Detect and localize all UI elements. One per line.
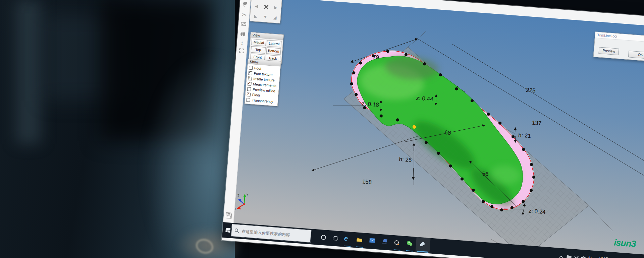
preview-button[interactable]: Preview: [598, 47, 619, 55]
tools-icon[interactable]: [261, 2, 271, 12]
pan-left-icon[interactable]: ◀: [251, 1, 262, 11]
measurement-label: 56: [482, 171, 489, 177]
wechat-icon[interactable]: [406, 240, 413, 248]
checkbox-icon[interactable]: [249, 71, 253, 75]
tray-folder-icon[interactable]: [566, 254, 572, 258]
start-icon[interactable]: [225, 227, 231, 234]
measurement-label: z: 0.44: [416, 95, 433, 103]
open-app-underline: [344, 245, 351, 247]
open-app-underline: [394, 249, 400, 251]
isun-watermark: isun3: [613, 237, 636, 249]
volume-muted-icon[interactable]: [581, 255, 586, 258]
checkbox-icon[interactable]: [246, 98, 250, 102]
clip-plane-icon[interactable]: [239, 20, 248, 28]
computer-icon[interactable]: [382, 239, 388, 246]
task-view-icon[interactable]: [332, 236, 338, 242]
tilt-right-icon[interactable]: ◢: [270, 12, 280, 23]
tag-icon[interactable]: [241, 0, 249, 8]
scissors-icon[interactable]: ✂: [240, 11, 248, 19]
pan-rotate-panel: ↺ ▲ ↻ ◀ ▶ ◣ ▼ ◢: [250, 0, 285, 23]
measurement-label: 68: [444, 129, 451, 136]
insole-app-tile[interactable]: [415, 237, 430, 253]
open-app-underline: [356, 246, 363, 248]
checkbox-icon[interactable]: [247, 87, 251, 91]
checkbox-icon[interactable]: [247, 92, 251, 96]
measurement-label: 225: [526, 87, 536, 94]
background-light-band: [16, 0, 41, 144]
insole-app-icon: [419, 242, 426, 248]
edge-icon[interactable]: e: [344, 235, 348, 243]
measurement-label: h: 25: [399, 156, 412, 164]
ime-indicator[interactable]: 中: [588, 255, 592, 258]
taskbar-clock[interactable]: 12:15: [596, 256, 611, 258]
show-item-label: Foot: [254, 66, 262, 71]
vertical-resize-icon[interactable]: ↕: [238, 39, 246, 47]
ok-button[interactable]: OK: [628, 51, 644, 59]
cortana-icon[interactable]: [320, 234, 327, 242]
measurement-label: 137: [532, 120, 542, 127]
checkbox-icon[interactable]: [249, 66, 253, 70]
3d-viewport[interactable]: 79 225 z: 0.44 z: 0.18 137 h: 21 68 h: 2…: [233, 0, 644, 257]
measurement-label: 158: [362, 178, 372, 185]
wifi-icon[interactable]: [574, 254, 579, 258]
tray-overflow-chevron-icon[interactable]: [559, 254, 564, 258]
checkbox-icon[interactable]: [248, 82, 252, 86]
pan-right-icon[interactable]: ▶: [270, 2, 281, 13]
insoles-icon[interactable]: [239, 30, 247, 39]
monitor-screen: 79 225 z: 0.44 z: 0.18 137 h: 21 68 h: 2…: [222, 0, 644, 258]
axis-y-label: Y: [246, 193, 249, 196]
checkbox-icon[interactable]: [248, 76, 252, 80]
show-panel: Show Foot Foot texture Insole texture Me…: [245, 59, 281, 106]
pan-down-icon[interactable]: ▼: [260, 11, 270, 22]
show-item-label: Transparency: [252, 98, 273, 104]
search-icon: [234, 228, 239, 234]
view-lateral-button[interactable]: Lateral: [267, 40, 281, 47]
measurement-label: z: 0.24: [528, 208, 546, 215]
q-browser-icon[interactable]: [393, 240, 400, 247]
measurement-label: 79: [372, 54, 379, 61]
active-app-underline: [417, 251, 428, 253]
measurement-label: h: 21: [518, 132, 531, 139]
axis-z-label: Z: [237, 194, 239, 197]
view-top-button[interactable]: Top: [251, 46, 266, 54]
open-app-underline: [406, 250, 413, 251]
show-item-label: Floor: [252, 92, 261, 97]
photo-of-monitor: 79 225 z: 0.44 z: 0.18 137 h: 21 68 h: 2…: [0, 0, 644, 258]
view-medial-button[interactable]: Medial: [251, 39, 266, 46]
axis-gizmo: Z Y x: [234, 192, 248, 211]
tilt-left-icon[interactable]: ◣: [251, 11, 261, 21]
expand-icon[interactable]: [237, 47, 246, 55]
file-explorer-icon[interactable]: [356, 237, 363, 244]
view-bottom-button[interactable]: Bottom: [266, 47, 281, 55]
save-icon[interactable]: [225, 211, 233, 219]
measurement-label: z: 0.18: [362, 101, 379, 108]
mail-icon[interactable]: [369, 238, 375, 244]
insole-3d-scene: 79 225 z: 0.44 z: 0.18 137 h: 21 68 h: 2…: [233, 0, 644, 257]
